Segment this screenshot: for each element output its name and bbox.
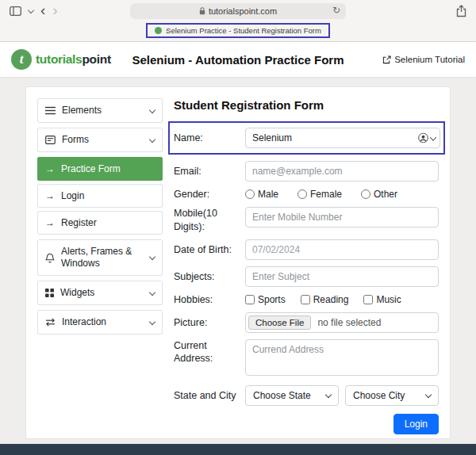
selenium-tutorial-link[interactable]: Selenium Tutorial [382,55,465,64]
female-label: Female [310,189,342,200]
sidebar-item-label: Alerts, Frames & Windows [61,246,144,270]
mobile-input[interactable] [245,207,439,228]
sidebar-item-label: Forms [62,134,89,146]
mobile-label: Mobile(10 Digits): [174,207,245,233]
contact-autofill-icon[interactable] [418,133,436,143]
bell-icon [45,253,55,263]
gender-option-male[interactable]: Male [245,189,278,200]
subjects-label: Subjects: [174,270,245,283]
content-card: Elements Forms → Practice Form → Login [25,86,451,439]
grid-icon [45,289,54,297]
state-city-row: State and City Choose State Choose City [174,385,439,406]
chevron-down-icon [430,134,436,140]
site-header: t tutorialspoint Selenium - Automation P… [0,42,476,77]
current-address-textarea[interactable] [245,339,439,376]
chevron-down-icon [149,318,155,324]
sidebar-item-label: Practice Form [61,163,121,174]
name-input[interactable] [245,128,440,148]
file-status-text: no file selected [311,317,381,328]
hobbies-row: Hobbies: Sports Reading Music [174,293,439,306]
menu-icon [45,106,56,115]
page-title: Selenium - Automation Practice Form [132,53,344,67]
sports-checkbox[interactable] [245,295,255,304]
file-input[interactable]: Choose File no file selected [245,312,439,333]
chevron-down-icon[interactable] [28,6,34,13]
browser-toolbar: ‹ › tutorialspoint.com ↻ [0,0,476,22]
chevron-down-icon [425,392,432,398]
tab-bar: Selenium Practice - Student Registration… [0,22,476,38]
sidebar-toggle-icon[interactable] [10,6,21,16]
gender-row: Gender: Male Female Other [174,188,439,201]
subjects-input[interactable] [245,266,439,287]
gender-label: Gender: [174,188,245,201]
arrow-right-icon: → [45,190,55,201]
state-select-value: Choose State [253,390,311,401]
form-card-icon [45,136,56,144]
sidebar-item-practice-form[interactable]: → Practice Form [37,157,163,181]
login-button[interactable]: Login [393,414,439,434]
tab-highlight-annotation: Selenium Practice - Student Registration… [146,23,330,38]
forward-button[interactable]: › [52,2,57,17]
tab-favicon [155,27,162,34]
reading-checkbox[interactable] [301,295,310,304]
state-select[interactable]: Choose State [245,385,339,406]
name-row-highlight-annotation: Name: [168,121,445,155]
sidebar-item-login[interactable]: → Login [37,184,163,208]
male-label: Male [258,189,278,200]
tutorialspoint-logo[interactable]: t tutorialspoint [11,49,111,70]
address-row: Current Address: [174,339,439,379]
hobby-option-sports[interactable]: Sports [245,294,286,305]
dob-label: Date of Birth: [174,243,245,256]
city-select[interactable]: Choose City [345,385,439,406]
chevron-down-icon [325,392,332,398]
back-button[interactable]: ‹ [40,2,45,17]
registration-form: Student Registration Form Name: Email: [174,98,439,427]
tab-title: Selenium Practice - Student Registration… [166,26,321,35]
main-content: Elements Forms → Practice Form → Login [0,77,476,444]
gender-option-other[interactable]: Other [361,189,397,200]
address-bar[interactable]: tutorialspoint.com ↻ [130,3,346,19]
sidebar-item-forms[interactable]: Forms [37,128,163,152]
logo-text: tutorialspoint [36,52,111,67]
mobile-row: Mobile(10 Digits): [174,207,439,233]
music-label: Music [376,294,401,305]
arrow-right-icon: → [45,217,55,228]
logo-icon: t [11,49,32,70]
dob-row: Date of Birth: [174,239,439,260]
music-checkbox[interactable] [363,295,373,304]
female-radio[interactable] [298,189,307,199]
sidebar-item-elements[interactable]: Elements [37,98,163,123]
logo-text-dark: point [82,52,110,66]
sidebar-item-widgets[interactable]: Widgets [37,281,163,305]
reload-icon[interactable]: ↻ [332,5,340,16]
active-tab[interactable]: Selenium Practice - Student Registration… [155,26,321,35]
chevron-down-icon [149,136,155,142]
login-row: Login [174,414,439,434]
sidebar-item-label: Widgets [60,287,94,299]
sidebar-item-interaction[interactable]: Interaction [37,310,163,335]
url-text: tutorialspoint.com [209,6,277,16]
hobby-option-reading[interactable]: Reading [301,294,349,305]
sidebar-item-label: Elements [62,105,102,117]
email-field[interactable] [245,161,439,182]
arrow-right-icon: → [45,163,55,174]
male-radio[interactable] [245,189,255,199]
browser-chrome: ‹ › tutorialspoint.com ↻ Selenium Practi… [0,0,476,42]
name-label: Name: [174,132,245,144]
sports-label: Sports [258,294,286,305]
sidebar: Elements Forms → Practice Form → Login [37,98,163,427]
address-label: Current Address: [174,339,245,365]
gender-option-female[interactable]: Female [298,189,342,200]
share-icon[interactable] [456,5,466,21]
other-radio[interactable] [361,189,370,199]
date-of-birth-input[interactable] [245,239,439,260]
chevron-down-icon [149,289,155,295]
choose-file-button[interactable]: Choose File [248,315,311,330]
hobby-option-music[interactable]: Music [363,294,401,305]
sidebar-item-register[interactable]: → Register [37,211,163,235]
lock-icon [199,7,205,15]
chevron-down-icon [149,106,155,113]
name-row: Name: [174,128,440,148]
swap-arrows-icon [45,318,56,327]
sidebar-item-alerts-frames-windows[interactable]: Alerts, Frames & Windows [37,239,163,276]
